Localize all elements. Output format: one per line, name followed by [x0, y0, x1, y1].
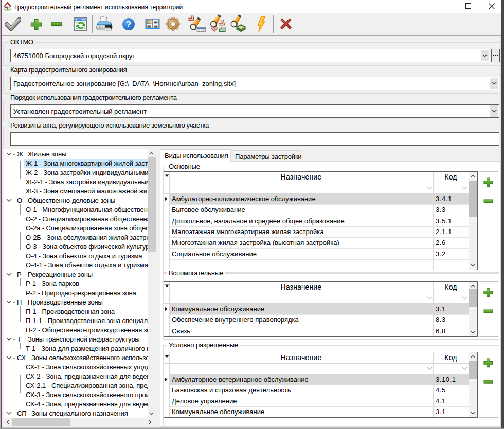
svg-text:?: ?	[126, 20, 131, 29]
